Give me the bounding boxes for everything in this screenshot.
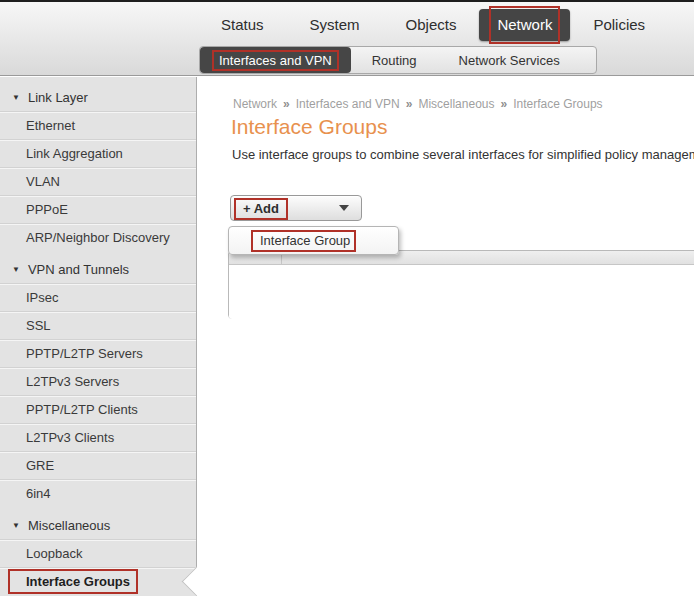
breadcrumb-interface-groups[interactable]: Interface Groups — [513, 97, 602, 111]
breadcrumb-miscellaneous[interactable]: Miscellaneous — [418, 97, 494, 111]
sidebar-item-loopback[interactable]: Loopback — [0, 539, 196, 567]
annotation-box-interfaces-vpn: Interfaces and VPN — [212, 50, 339, 71]
breadcrumb-separator: » — [501, 97, 508, 111]
header-bar: Status System Objects Network Policies I… — [0, 2, 694, 76]
table-body-empty — [229, 265, 694, 319]
sidebar-item-6in4[interactable]: 6in4 — [0, 479, 196, 507]
breadcrumb: Network»Interfaces and VPN»Miscellaneous… — [233, 97, 603, 111]
main-content: Network»Interfaces and VPN»Miscellaneous… — [197, 77, 694, 596]
add-dropdown-menu: Interface Group — [228, 226, 399, 255]
sidebar-header-label: Link Layer — [28, 90, 88, 105]
sidebar-header-vpn-and-tunnels[interactable]: ▼ VPN and Tunnels — [0, 255, 196, 283]
breadcrumb-interfaces-and-vpn[interactable]: Interfaces and VPN — [296, 97, 400, 111]
sidebar-item-pppoe[interactable]: PPPoE — [0, 195, 196, 223]
collapse-triangle-icon: ▼ — [12, 93, 20, 102]
sidebar-header-link-layer[interactable]: ▼ Link Layer — [0, 83, 196, 111]
tab-network[interactable]: Network — [479, 9, 570, 41]
sidebar-item-gre[interactable]: GRE — [0, 451, 196, 479]
breadcrumb-network[interactable]: Network — [233, 97, 277, 111]
interface-groups-table — [228, 250, 694, 319]
sidebar-header-miscellaneous[interactable]: ▼ Miscellaneous — [0, 511, 196, 539]
sidebar-item-ssl[interactable]: SSL — [0, 311, 196, 339]
sidebar-header-label: Miscellaneous — [28, 518, 110, 533]
tab-network-services[interactable]: Network Services — [438, 47, 581, 73]
sidebar-item-link-aggregation[interactable]: Link Aggregation — [0, 139, 196, 167]
sidebar-section-vpn-and-tunnels: ▼ VPN and Tunnels IPsec SSL PPTP/L2TP Se… — [0, 255, 196, 507]
annotation-box-interface-groups: Interface Groups — [8, 569, 138, 594]
sidebar-item-vlan[interactable]: VLAN — [0, 167, 196, 195]
chevron-down-icon — [339, 205, 349, 211]
tab-policies[interactable]: Policies — [570, 9, 668, 41]
sidebar-header-label: VPN and Tunnels — [28, 262, 129, 277]
sidebar-item-ethernet[interactable]: Ethernet — [0, 111, 196, 139]
page-title: Interface Groups — [231, 115, 387, 139]
tab-interfaces-and-vpn[interactable]: Interfaces and VPN — [200, 47, 351, 73]
sidebar-section-link-layer: ▼ Link Layer Ethernet Link Aggregation V… — [0, 83, 196, 251]
page-description: Use interface groups to combine several … — [232, 147, 694, 162]
tab-status[interactable]: Status — [198, 9, 287, 41]
sidebar-item-interface-groups[interactable]: Interface Groups — [0, 567, 196, 595]
sidebar-item-arp-neighbor-discovery[interactable]: ARP/Neighbor Discovery — [0, 223, 196, 251]
sidebar-item-pptp-l2tp-clients[interactable]: PPTP/L2TP Clients — [0, 395, 196, 423]
sidebar-item-l2tpv3-servers[interactable]: L2TPv3 Servers — [0, 367, 196, 395]
sub-navigation: Interfaces and VPN Routing Network Servi… — [199, 46, 597, 74]
add-button-label: + Add — [234, 198, 288, 220]
tab-routing[interactable]: Routing — [351, 47, 438, 73]
sidebar-item-ipsec[interactable]: IPsec — [0, 283, 196, 311]
add-button[interactable]: + Add — [230, 195, 362, 221]
menu-item-interface-group[interactable]: Interface Group — [229, 227, 398, 254]
breadcrumb-separator: » — [283, 97, 290, 111]
collapse-triangle-icon: ▼ — [12, 265, 20, 274]
tab-objects[interactable]: Objects — [383, 9, 480, 41]
tab-system[interactable]: System — [287, 9, 383, 41]
collapse-triangle-icon: ▼ — [12, 521, 20, 530]
annotation-box-menu-interface-group: Interface Group — [251, 230, 356, 252]
sidebar: ▼ Link Layer Ethernet Link Aggregation V… — [0, 77, 197, 596]
sidebar-section-miscellaneous: ▼ Miscellaneous Loopback Interface Group… — [0, 511, 196, 595]
annotation-box-network: Network — [489, 6, 560, 44]
sidebar-item-pptp-l2tp-servers[interactable]: PPTP/L2TP Servers — [0, 339, 196, 367]
breadcrumb-separator: » — [406, 97, 413, 111]
sidebar-item-l2tpv3-clients[interactable]: L2TPv3 Clients — [0, 423, 196, 451]
top-navigation: Status System Objects Network Policies — [198, 9, 668, 41]
